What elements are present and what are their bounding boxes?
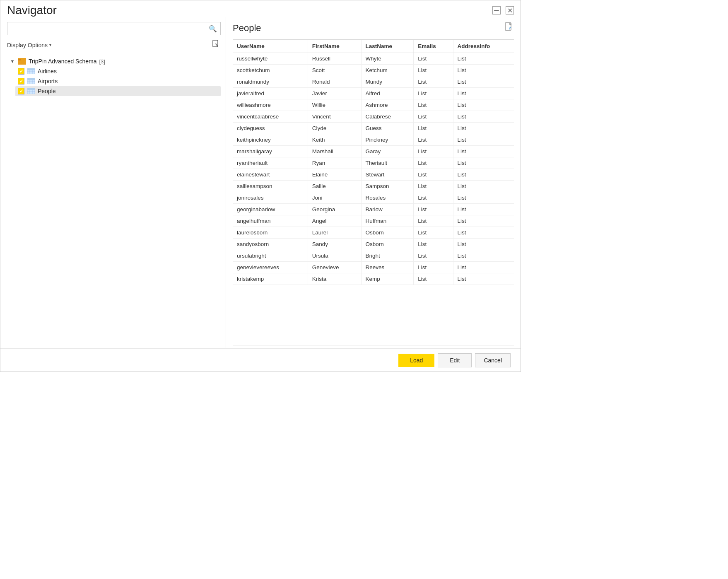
col-lastname: LastName: [361, 40, 414, 53]
search-button[interactable]: 🔍: [205, 22, 220, 35]
edit-button[interactable]: Edit: [438, 353, 472, 367]
table-cell-username: angelhuffman: [233, 215, 308, 227]
col-firstname: FirstName: [308, 40, 361, 53]
table-cell-addressinfo: List: [453, 215, 514, 227]
table-cell-lastname: Bright: [361, 250, 414, 262]
svg-rect-15: [27, 78, 35, 80]
table-cell-firstname: Scott: [308, 65, 361, 76]
table-row: vincentcalabreseVincentCalabreseListList: [233, 111, 514, 123]
table-cell-lastname: Calabrese: [361, 111, 414, 123]
table-cell-emails: List: [414, 111, 453, 123]
table-cell-firstname: Sallie: [308, 181, 361, 192]
table-cell-emails: List: [414, 134, 453, 146]
table-cell-emails: List: [414, 250, 453, 262]
table-cell-firstname: Russell: [308, 53, 361, 65]
table-cell-lastname: Osborn: [361, 227, 414, 239]
table-cell-firstname: Willie: [308, 99, 361, 111]
search-input[interactable]: [7, 22, 205, 35]
table-cell-lastname: Reeves: [361, 262, 414, 273]
table-cell-firstname: Laurel: [308, 227, 361, 239]
cancel-button[interactable]: Cancel: [475, 353, 511, 367]
table-cell-lastname: Whyte: [361, 53, 414, 65]
table-cell-addressinfo: List: [453, 227, 514, 239]
refresh-button[interactable]: [212, 39, 221, 51]
table-cell-username: keithpinckney: [233, 134, 308, 146]
close-button[interactable]: ✕: [506, 6, 514, 14]
table-cell-emails: List: [414, 239, 453, 250]
table-cell-emails: List: [414, 227, 453, 239]
table-cell-addressinfo: List: [453, 250, 514, 262]
load-button[interactable]: Load: [398, 354, 434, 367]
airports-checkbox[interactable]: ✓: [18, 78, 24, 84]
table-cell-addressinfo: List: [453, 76, 514, 88]
table-cell-username: jonirosales: [233, 192, 308, 204]
table-cell-username: kristakemp: [233, 273, 308, 285]
table-cell-addressinfo: List: [453, 65, 514, 76]
right-panel: People UserName FirstName LastName: [226, 17, 521, 365]
people-checkbox[interactable]: ✓: [18, 88, 24, 94]
table-cell-lastname: Alfred: [361, 88, 414, 99]
table-cell-firstname: Sandy: [308, 239, 361, 250]
table-row: genevievereevesGenevieveReevesListList: [233, 262, 514, 273]
table-cell-addressinfo: List: [453, 192, 514, 204]
tree-panel: ▼ TripPin Advanced Schema [3]: [7, 56, 221, 360]
display-options-button[interactable]: Display Options ▾: [7, 42, 51, 48]
search-icon: 🔍: [209, 25, 217, 33]
table-row: jonirosalesJoniRosalesListList: [233, 192, 514, 204]
table-cell-lastname: Rosales: [361, 192, 414, 204]
table-cell-username: vincentcalabrese: [233, 111, 308, 123]
table-cell-addressinfo: List: [453, 273, 514, 285]
table-cell-username: marshallgaray: [233, 146, 308, 157]
table-cell-lastname: Garay: [361, 146, 414, 157]
tree-item-airports[interactable]: ✓ Airports: [15, 76, 221, 86]
table-header-row: UserName FirstName LastName Emails Addre…: [233, 40, 514, 53]
table-cell-addressinfo: List: [453, 181, 514, 192]
table-cell-emails: List: [414, 157, 453, 169]
table-row: willieashmoreWillieAshmoreListList: [233, 99, 514, 111]
airlines-label: Airlines: [38, 68, 57, 75]
table-cell-username: scottketchum: [233, 65, 308, 76]
table-icon: [27, 78, 35, 84]
table-cell-username: ryantheriault: [233, 157, 308, 169]
table-row: salliesampsonSallieSampsonListList: [233, 181, 514, 192]
data-table-container: UserName FirstName LastName Emails Addre…: [233, 39, 514, 345]
table-row: marshallgarayMarshallGarayListList: [233, 146, 514, 157]
svg-point-23: [509, 29, 510, 29]
table-cell-lastname: Kemp: [361, 273, 414, 285]
tree-root-item[interactable]: ▼ TripPin Advanced Schema [3]: [7, 56, 221, 66]
table-row: kristakempKristaKempListList: [233, 273, 514, 285]
table-cell-addressinfo: List: [453, 88, 514, 99]
display-options-row: Display Options ▾: [7, 39, 221, 51]
col-addressinfo: AddressInfo: [453, 40, 514, 53]
svg-rect-9: [27, 68, 35, 70]
main-layout: 🔍 Display Options ▾: [0, 17, 521, 365]
airlines-checkbox[interactable]: ✓: [18, 68, 24, 75]
table-icon: [27, 68, 35, 75]
table-row: russellwhyteRussellWhyteListList: [233, 53, 514, 65]
table-cell-lastname: Ashmore: [361, 99, 414, 111]
table-cell-emails: List: [414, 53, 453, 65]
table-cell-emails: List: [414, 88, 453, 99]
tree-item-people[interactable]: ✓ People: [15, 86, 221, 96]
table-cell-emails: List: [414, 123, 453, 134]
table-cell-username: laurelosborn: [233, 227, 308, 239]
table-cell-firstname: Ursula: [308, 250, 361, 262]
table-cell-emails: List: [414, 215, 453, 227]
table-row: laurelosbornLaurelOsbornListList: [233, 227, 514, 239]
data-table: UserName FirstName LastName Emails Addre…: [233, 40, 514, 285]
left-panel: 🔍 Display Options ▾: [0, 17, 226, 365]
preview-icon: [504, 22, 514, 34]
table-row: ronaldmundyRonaldMundyListList: [233, 76, 514, 88]
display-options-label: Display Options: [7, 42, 48, 48]
table-row: clydeguessClydeGuessListList: [233, 123, 514, 134]
table-cell-lastname: Osborn: [361, 239, 414, 250]
table-row: georginabarlowGeorginaBarlowListList: [233, 204, 514, 215]
tree-item-airlines[interactable]: ✓ Airlines: [15, 66, 221, 76]
minimize-button[interactable]: ─: [492, 6, 501, 14]
table-cell-firstname: Keith: [308, 134, 361, 146]
col-username: UserName: [233, 40, 308, 53]
table-cell-firstname: Joni: [308, 192, 361, 204]
svg-rect-3: [18, 59, 21, 60]
table-cell-emails: List: [414, 169, 453, 181]
table-row: keithpinckneyKeithPinckneyListList: [233, 134, 514, 146]
